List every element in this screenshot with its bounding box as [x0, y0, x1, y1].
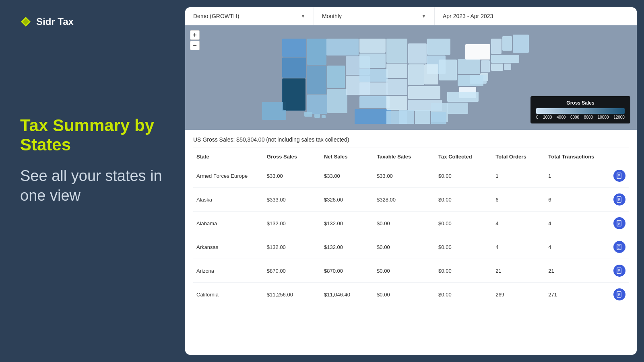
cell-gross-sales: $132.00 [264, 212, 321, 235]
cell-taxable-sales: $0.00 [374, 283, 435, 306]
svg-rect-4 [282, 58, 306, 78]
document-icon [617, 173, 622, 179]
svg-rect-48 [513, 35, 529, 53]
monthly-dropdown-label: Monthly [322, 13, 342, 19]
main-content: Demo (GROWTH) ▼ Monthly ▼ Apr 2023 - Apr… [185, 0, 644, 362]
cell-total-orders: 1 [492, 164, 545, 188]
svg-rect-34 [415, 110, 430, 124]
svg-rect-31 [408, 86, 440, 99]
header-action [607, 148, 629, 164]
logo-icon [20, 16, 31, 27]
header-net-sales[interactable]: Net Sales [321, 148, 374, 164]
map-legend: Gross Sales 0 2000 4000 6000 8000 10000 … [530, 96, 630, 123]
svg-rect-33 [399, 110, 414, 124]
table-row: Alaska $333.00 $328.00 $328.00 $0.00 6 6 [193, 188, 629, 212]
cell-action [607, 235, 629, 259]
table-row: Armed Forces Europe $33.00 $33.00 $33.00… [193, 164, 629, 188]
cell-total-orders: 269 [492, 283, 545, 306]
table-area: US Gross Sales: $50,304.00 (not includin… [185, 130, 637, 355]
table-row: Arizona $870.00 $870.00 $0.00 $0.00 21 2… [193, 259, 629, 283]
cell-total-orders: 4 [492, 212, 545, 235]
map-area: + − [185, 25, 637, 130]
cell-tax-collected: $0.00 [435, 188, 492, 212]
svg-rect-17 [359, 82, 388, 95]
zoom-out-button[interactable]: − [190, 41, 200, 50]
cell-net-sales: $11,046.40 [321, 283, 374, 306]
cell-total-transactions: 21 [545, 259, 607, 283]
cell-taxable-sales: $0.00 [374, 259, 435, 283]
cell-action [607, 188, 629, 212]
monthly-dropdown-arrow: ▼ [421, 13, 426, 19]
demo-dropdown-arrow: ▼ [301, 13, 305, 19]
cell-state: Alaska [193, 188, 264, 212]
svg-rect-8 [307, 95, 327, 114]
document-icon [617, 267, 622, 274]
svg-rect-19 [355, 109, 391, 124]
main-card: Demo (GROWTH) ▼ Monthly ▼ Apr 2023 - Apr… [185, 7, 637, 355]
cell-taxable-sales: $0.00 [374, 235, 435, 259]
svg-rect-37 [458, 59, 480, 74]
svg-rect-51 [504, 64, 511, 70]
svg-rect-26 [408, 64, 424, 85]
view-report-button[interactable] [613, 288, 625, 300]
svg-rect-25 [408, 43, 427, 64]
cell-taxable-sales: $0.00 [374, 212, 435, 235]
svg-rect-49 [491, 55, 519, 63]
svg-rect-21 [386, 64, 407, 78]
svg-rect-55 [262, 102, 286, 120]
cell-state: Armed Forces Europe [193, 164, 264, 188]
table-header: State Gross Sales Net Sales Taxable Sale… [193, 148, 629, 164]
cell-net-sales: $33.00 [321, 164, 374, 188]
cell-action [607, 212, 629, 235]
cell-state: California [193, 283, 264, 306]
legend-bar: 0 2000 4000 6000 8000 10000 12000 [536, 108, 625, 119]
cell-state: Alabama [193, 212, 264, 235]
cell-action [607, 259, 629, 283]
cell-taxable-sales: $328.00 [374, 188, 435, 212]
demo-dropdown[interactable]: Demo (GROWTH) ▼ [185, 7, 314, 25]
cell-gross-sales: $11,256.00 [264, 283, 321, 306]
svg-rect-50 [491, 64, 503, 71]
view-report-button[interactable] [613, 265, 625, 277]
cell-net-sales: $870.00 [321, 259, 374, 283]
svg-rect-52 [304, 112, 312, 117]
view-report-button[interactable] [613, 241, 625, 253]
cell-taxable-sales: $33.00 [374, 164, 435, 188]
svg-rect-56 [283, 78, 305, 110]
svg-rect-3 [282, 39, 306, 57]
sidebar: Sidr Tax Tax Summary by States See all y… [0, 0, 185, 362]
cell-state: Arkansas [193, 235, 264, 259]
view-report-button[interactable] [613, 170, 625, 182]
svg-rect-38 [465, 44, 490, 60]
cell-total-transactions: 4 [545, 235, 607, 259]
document-icon [617, 291, 622, 298]
svg-rect-30 [439, 60, 457, 80]
cell-tax-collected: $0.00 [435, 235, 492, 259]
cell-total-transactions: 4 [545, 212, 607, 235]
svg-rect-22 [386, 79, 407, 95]
legend-gradient [536, 108, 625, 114]
zoom-in-button[interactable]: + [190, 30, 200, 40]
cell-action [607, 283, 629, 306]
svg-rect-14 [359, 39, 386, 53]
cell-total-orders: 6 [492, 188, 545, 212]
svg-rect-20 [386, 39, 407, 63]
header-total-transactions[interactable]: Total Transactions [545, 148, 607, 164]
header-gross-sales[interactable]: Gross Sales [264, 148, 321, 164]
legend-labels: 0 2000 4000 6000 8000 10000 12000 [536, 115, 625, 119]
header-taxable-sales[interactable]: Taxable Sales [374, 148, 435, 164]
table-row: Arkansas $132.00 $132.00 $0.00 $0.00 4 4 [193, 235, 629, 259]
view-report-button[interactable] [613, 217, 625, 229]
svg-rect-44 [447, 92, 479, 102]
svg-rect-36 [431, 112, 446, 124]
sidebar-title: Tax Summary by States [20, 116, 165, 155]
date-range-dropdown[interactable]: Apr 2023 - Apr 2023 [435, 7, 637, 25]
monthly-dropdown[interactable]: Monthly ▼ [314, 7, 435, 25]
view-report-button[interactable] [613, 193, 625, 206]
cell-tax-collected: $0.00 [435, 259, 492, 283]
map-controls: + − [190, 30, 200, 50]
svg-rect-6 [307, 39, 326, 65]
cell-tax-collected: $0.00 [435, 283, 492, 306]
cell-net-sales: $328.00 [321, 188, 374, 212]
svg-rect-42 [458, 75, 483, 86]
